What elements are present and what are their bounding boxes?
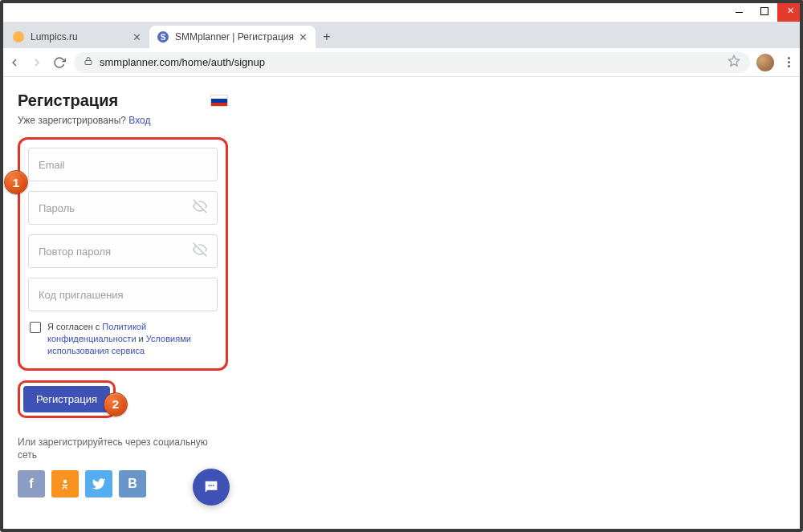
invite-code-input[interactable]: [39, 289, 207, 301]
svg-point-5: [208, 485, 210, 486]
star-icon[interactable]: [728, 55, 740, 70]
social-twitter-button[interactable]: [85, 470, 112, 497]
consent-row: Я согласен с Политикой конфиденциальност…: [28, 321, 218, 357]
window-close-button[interactable]: [777, 0, 803, 22]
already-registered-line: Уже зарегистрированы? Вход: [18, 115, 228, 126]
favicon-lumpics: [13, 31, 24, 43]
svg-marker-1: [728, 55, 739, 66]
browser-menu-button[interactable]: [781, 57, 797, 67]
favicon-smmplanner: S: [157, 31, 169, 43]
svg-point-7: [213, 485, 214, 486]
profile-avatar[interactable]: [756, 54, 774, 71]
social-odnoklassniki-button[interactable]: [51, 470, 79, 497]
language-flag-ru[interactable]: [210, 95, 228, 107]
social-vk-button[interactable]: B: [119, 470, 146, 497]
url-text: smmplanner.com/home/auth/signup: [100, 56, 265, 68]
annotation-badge-2: 2: [104, 392, 128, 416]
signup-card: Регистрация Уже зарегистрированы? Вход 1: [0, 77, 246, 522]
reload-button[interactable]: [51, 55, 67, 71]
page-title: Регистрация: [18, 91, 118, 110]
tab-close-icon[interactable]: ✕: [299, 31, 308, 43]
svg-rect-0: [85, 61, 92, 65]
password-field-wrapper[interactable]: [28, 191, 218, 225]
login-link[interactable]: Вход: [128, 115, 150, 126]
tab-title: Lumpics.ru: [31, 31, 128, 43]
address-bar[interactable]: smmplanner.com/home/auth/signup: [74, 52, 750, 73]
eye-off-icon[interactable]: [193, 199, 207, 217]
submit-button[interactable]: Регистрация: [23, 386, 110, 412]
tab-close-icon[interactable]: ✕: [132, 31, 141, 43]
page-viewport: Регистрация Уже зарегистрированы? Вход 1: [0, 77, 246, 522]
password-repeat-field-wrapper[interactable]: [28, 234, 218, 268]
consent-text: Я согласен с Политикой конфиденциальност…: [47, 321, 216, 357]
social-text: Или зарегистрируйтесь через социальную с…: [18, 436, 228, 463]
tab-title: SMMplanner | Регистрация: [175, 31, 294, 43]
browser-tabstrip: Lumpics.ru ✕ S SMMplanner | Регистрация …: [0, 22, 803, 48]
social-facebook-button[interactable]: f: [18, 470, 45, 497]
email-field-wrapper[interactable]: [28, 148, 218, 181]
consent-checkbox[interactable]: [30, 322, 41, 333]
annotation-frame-2: Регистрация 2: [18, 380, 116, 418]
browser-tab-lumpics[interactable]: Lumpics.ru ✕: [5, 26, 149, 48]
password-repeat-input[interactable]: [39, 246, 193, 258]
window-titlebar: [0, 0, 803, 22]
lock-icon: [84, 56, 93, 68]
svg-point-6: [210, 485, 212, 486]
email-input[interactable]: [39, 159, 207, 171]
back-button[interactable]: [6, 55, 22, 71]
window-maximize-button[interactable]: [752, 0, 777, 22]
eye-off-icon[interactable]: [193, 242, 207, 260]
forward-button[interactable]: [29, 55, 45, 71]
annotation-frame-1: 1 Я согласен: [18, 137, 228, 371]
chat-widget-button[interactable]: [193, 469, 230, 506]
invite-code-field-wrapper[interactable]: [28, 278, 218, 311]
new-tab-button[interactable]: +: [316, 26, 338, 48]
password-input[interactable]: [39, 202, 193, 214]
browser-tab-smmplanner[interactable]: S SMMplanner | Регистрация ✕: [149, 26, 316, 48]
browser-toolbar: smmplanner.com/home/auth/signup: [0, 48, 803, 77]
svg-point-4: [63, 480, 67, 484]
window-minimize-button[interactable]: [726, 0, 752, 22]
annotation-badge-1: 1: [4, 170, 28, 194]
